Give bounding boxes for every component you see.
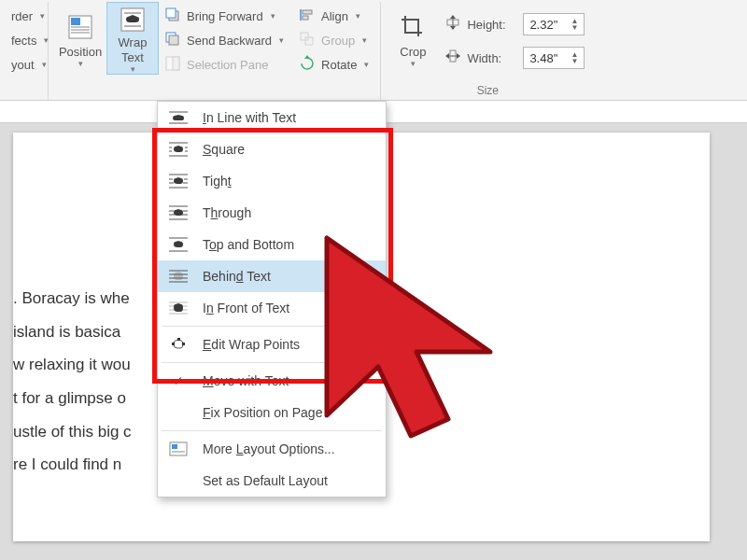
menu-morelayout[interactable]: More Layout Options... [158, 433, 386, 465]
square-icon [167, 139, 190, 160]
selection-pane-button[interactable]: Selection Pane [159, 52, 289, 77]
bring-forward-icon [164, 7, 181, 26]
wrap-text-menu: In Line with Text Square Tight Through T… [157, 101, 387, 497]
menu-separator [162, 326, 382, 327]
styles-group-partial: rder▾ fects▾ yout▾ [0, 2, 49, 101]
svg-marker-25 [445, 53, 449, 59]
height-icon [444, 14, 461, 35]
border-button-partial[interactable]: rder▾ [6, 4, 54, 28]
arrange-group: Position▾ Wrap Text▾ Bring Forward▾ Send… [49, 2, 381, 101]
menu-front[interactable]: In Front of Text [158, 292, 386, 324]
menu-editpoints[interactable]: Edit Wrap Points [158, 329, 386, 360]
svg-rect-15 [303, 10, 312, 14]
menu-movewith[interactable]: ✓ Move with Text [158, 365, 386, 397]
menu-fixpos[interactable]: Fix Position on Page [158, 397, 386, 428]
arrange-group-label [54, 84, 374, 101]
effects-button-partial[interactable]: fects▾ [6, 28, 54, 52]
svg-rect-59 [182, 343, 185, 345]
svg-rect-11 [169, 35, 178, 45]
inline-icon [167, 107, 190, 128]
crop-icon [397, 11, 429, 43]
rotate-button[interactable]: Rotate▾ [293, 52, 374, 77]
editpoints-icon [167, 334, 190, 355]
position-icon [64, 11, 96, 43]
svg-marker-19 [304, 55, 310, 59]
width-input[interactable]: 3.48"▲▼ [523, 47, 585, 69]
menu-square[interactable]: Square [158, 133, 386, 165]
bring-forward-button[interactable]: Bring Forward▾ [159, 4, 289, 28]
layout-button-partial[interactable]: yout▾ [6, 52, 54, 77]
rotate-icon [299, 55, 316, 75]
check-icon: ✓ [167, 373, 190, 388]
svg-rect-18 [305, 37, 313, 45]
svg-marker-21 [450, 15, 456, 19]
svg-rect-13 [173, 57, 179, 70]
size-group-label: Size [387, 84, 588, 101]
align-button[interactable]: Align▾ [293, 4, 374, 28]
wrap-text-icon [117, 6, 148, 34]
svg-rect-62 [172, 444, 177, 449]
height-input[interactable]: 2.32"▲▼ [523, 13, 585, 35]
size-group: Crop▾ Height: 2.32"▲▼ Width: 3.48"▲▼ Siz… [381, 2, 594, 101]
height-row: Height: 2.32"▲▼ [444, 11, 585, 37]
svg-rect-60 [177, 338, 180, 341]
svg-marker-22 [450, 26, 456, 30]
menu-inline[interactable]: In Line with Text [158, 102, 386, 133]
menu-separator [162, 430, 382, 431]
svg-rect-16 [303, 16, 308, 20]
menu-behind[interactable]: Behind Text [158, 260, 386, 292]
menu-tight[interactable]: Tight [158, 165, 386, 197]
front-icon [167, 298, 190, 318]
send-backward-icon [164, 31, 181, 50]
width-row: Width: 3.48"▲▼ [444, 45, 585, 71]
svg-marker-26 [457, 53, 460, 59]
menu-through[interactable]: Through [158, 197, 386, 229]
document-text: . Boracay is whe island is basica w rela… [13, 133, 176, 482]
group-icon [299, 31, 316, 50]
width-icon [444, 48, 461, 68]
align-icon [299, 7, 316, 26]
svg-rect-58 [172, 343, 175, 345]
styles-group-label [6, 84, 42, 101]
svg-rect-17 [301, 33, 308, 40]
selection-pane-icon [164, 55, 181, 75]
svg-rect-1 [71, 18, 80, 25]
ribbon: rder▾ fects▾ yout▾ Position▾ Wrap Text▾ [0, 0, 747, 101]
send-backward-button[interactable]: Send Backward▾ [159, 28, 289, 52]
group-button[interactable]: Group▾ [293, 28, 374, 52]
behind-icon [167, 266, 190, 287]
through-icon [167, 203, 190, 223]
position-button[interactable]: Position▾ [54, 2, 106, 75]
morelayout-icon [167, 439, 190, 459]
menu-topbottom[interactable]: Top and Bottom [158, 229, 386, 260]
menu-setdefault[interactable]: Set as Default Layout [158, 465, 386, 497]
tight-icon [167, 171, 190, 191]
svg-rect-9 [166, 8, 176, 18]
crop-button[interactable]: Crop▾ [387, 2, 439, 75]
topbottom-icon [167, 234, 190, 255]
menu-separator [162, 362, 382, 363]
wrap-text-button[interactable]: Wrap Text▾ [106, 2, 159, 75]
